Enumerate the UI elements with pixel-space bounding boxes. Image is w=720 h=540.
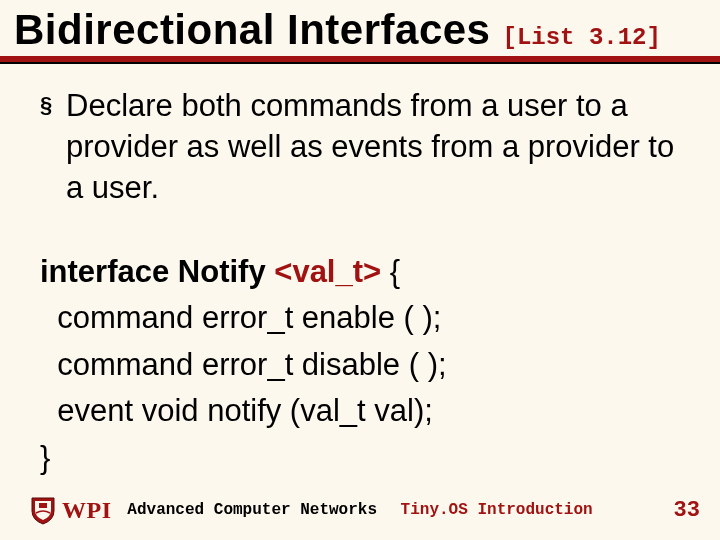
code-l1-tail: { [381, 254, 400, 289]
code-block: interface Notify <val_t> { command error… [40, 249, 688, 482]
footer-right: Tiny.OS Introduction [401, 501, 593, 519]
title-row: Bidirectional Interfaces [List 3.12] [0, 0, 720, 54]
code-line-4: event void notify (val_t val); [40, 393, 433, 428]
page-number: 33 [674, 498, 700, 523]
svg-rect-0 [39, 503, 47, 508]
logo: WPI [28, 495, 112, 525]
code-kw-interface: interface [40, 254, 178, 289]
logo-shield-icon [28, 495, 58, 525]
bullet-text: Declare both commands from a user to a p… [66, 86, 688, 209]
logo-text: WPI [62, 497, 112, 524]
code-line-5: } [40, 440, 50, 475]
code-name-notify: Notify [178, 254, 274, 289]
slide: Bidirectional Interfaces [List 3.12] § D… [0, 0, 720, 540]
slide-tag: [List 3.12] [502, 24, 660, 51]
bullet-marker: § [40, 94, 52, 116]
title-rule [0, 56, 720, 64]
footer-left: Advanced Computer Networks [127, 501, 377, 519]
slide-body: § Declare both commands from a user to a… [0, 64, 720, 481]
code-line-2: command error_t enable ( ); [40, 300, 441, 335]
bullet-item: § Declare both commands from a user to a… [40, 86, 688, 209]
code-generic: <val_t> [274, 254, 381, 289]
code-line-3: command error_t disable ( ); [40, 347, 447, 382]
footer: WPI Advanced Computer Networks Tiny.OS I… [0, 490, 720, 530]
slide-title: Bidirectional Interfaces [14, 6, 490, 54]
